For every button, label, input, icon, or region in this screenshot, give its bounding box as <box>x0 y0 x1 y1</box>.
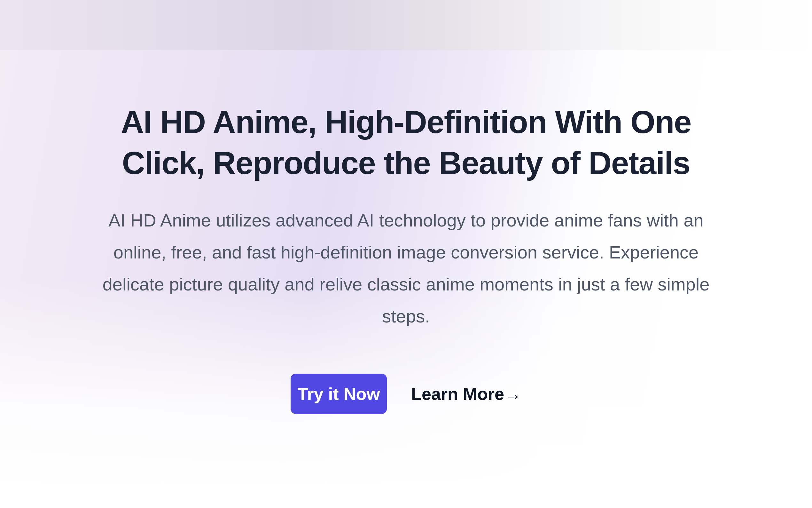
arrow-right-icon: → <box>504 385 521 403</box>
landing-page: AI HD Anime, High-Definition With One Cl… <box>0 0 812 508</box>
top-gradient-band <box>0 0 812 50</box>
hero-description-line-1: AI HD Anime utilizes advanced AI technol… <box>0 204 812 237</box>
hero-description: AI HD Anime utilizes advanced AI technol… <box>0 204 812 332</box>
cta-row: Try it Now Learn More→ <box>0 374 812 414</box>
hero-heading: AI HD Anime, High-Definition With One Cl… <box>0 101 812 183</box>
learn-more-label: Learn More <box>411 385 504 403</box>
try-it-now-button[interactable]: Try it Now <box>291 374 387 414</box>
hero-description-line-2: online, free, and fast high-definition i… <box>0 237 812 268</box>
hero-description-line-3: delicate picture quality and relive clas… <box>0 268 812 300</box>
hero-section: AI HD Anime, High-Definition With One Cl… <box>0 50 812 508</box>
learn-more-link[interactable]: Learn More→ <box>411 385 521 403</box>
hero-heading-line-1: AI HD Anime, High-Definition With One <box>0 101 812 142</box>
hero-description-line-4: steps. <box>0 300 812 332</box>
hero-heading-line-2: Click, Reproduce the Beauty of Details <box>0 142 812 183</box>
